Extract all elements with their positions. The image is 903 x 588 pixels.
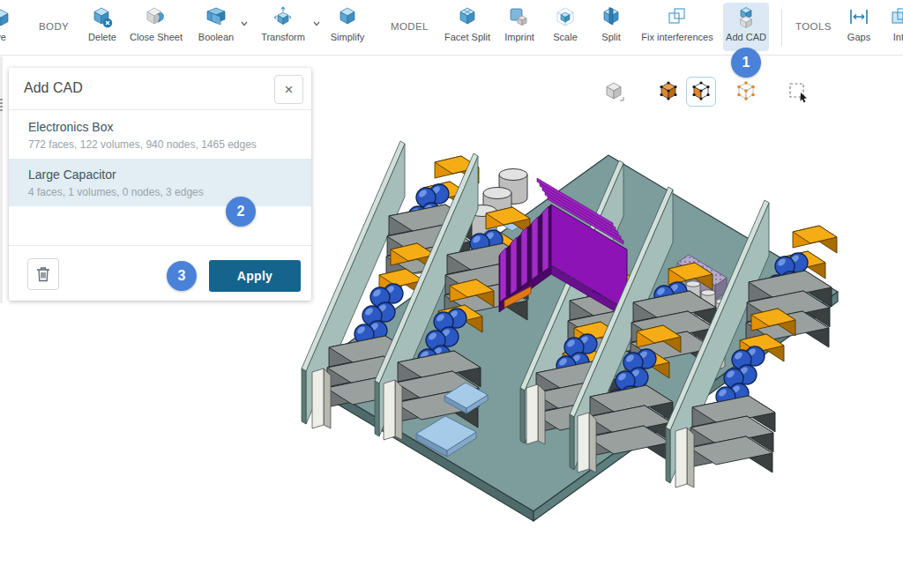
- cad-part-list: Electronics Box 772 faces, 122 volumes, …: [9, 111, 311, 206]
- add-cad-icon: [725, 6, 767, 30]
- toolbar-item-close-sheet[interactable]: Close Sheet: [126, 6, 186, 42]
- list-item-large-capacitor[interactable]: Large Capacitor 4 faces, 1 volumes, 0 no…: [9, 159, 311, 206]
- panel-title: Add CAD: [24, 80, 83, 96]
- toolbar-item-add-cad[interactable]: Add CAD: [725, 6, 767, 42]
- simplify-icon: [325, 6, 370, 30]
- view-box-select-button[interactable]: [783, 77, 813, 107]
- view-face-select-button[interactable]: [686, 77, 716, 107]
- gaps-icon: [843, 6, 875, 30]
- close-sheet-icon: [126, 6, 186, 30]
- toolbar-item-move[interactable]: ve: [0, 6, 16, 42]
- interferences-icon: [884, 6, 903, 30]
- scale-icon: [548, 6, 583, 30]
- transform-chevron-icon[interactable]: [312, 20, 321, 27]
- transform-icon: [256, 6, 310, 30]
- fix-interferences-icon: [637, 6, 718, 30]
- toolbar-item-imprint[interactable]: Imprint: [499, 6, 540, 42]
- panel-resize-grip[interactable]: [0, 99, 3, 113]
- toolbar-item-fix-interferences[interactable]: Fix interferences: [637, 6, 718, 42]
- toolbar-divider: [781, 9, 782, 46]
- panel-header: Add CAD ×: [9, 68, 311, 110]
- add-cad-panel: Add CAD × Electronics Box 772 faces, 122…: [9, 68, 311, 301]
- step-badge-2: 2: [226, 197, 256, 227]
- toolbar-item-split[interactable]: Split: [594, 6, 628, 42]
- panel-footer: Apply: [9, 245, 311, 301]
- top-toolbar: ve BODY Delete Close Sheet Boolean Trans…: [0, 0, 903, 56]
- toolbar-item-scale[interactable]: Scale: [548, 6, 583, 42]
- toolbar-item-boolean[interactable]: Boolean: [194, 6, 238, 42]
- view-body-select-button[interactable]: [653, 77, 683, 107]
- toolbar-item-simplify[interactable]: Simplify: [325, 6, 370, 42]
- toolbar-section-model: MODEL: [391, 21, 429, 32]
- trash-icon: [36, 266, 50, 282]
- step-badge-1: 1: [731, 48, 761, 78]
- imprint-icon: [499, 6, 540, 30]
- step-badge-3: 3: [167, 261, 197, 291]
- panel-edge-strip: [0, 56, 3, 303]
- toolbar-item-interferences[interactable]: Inte: [884, 6, 903, 42]
- toolbar-item-delete[interactable]: Delete: [84, 6, 121, 42]
- delete-icon: [84, 6, 121, 30]
- panel-close-button[interactable]: ×: [274, 75, 303, 104]
- toolbar-item-gaps[interactable]: Gaps: [843, 6, 875, 42]
- delete-part-button[interactable]: [27, 258, 59, 290]
- toolbar-section-body: BODY: [39, 21, 69, 32]
- list-item-electronics-box[interactable]: Electronics Box 772 faces, 122 volumes, …: [9, 111, 311, 159]
- view-vertex-select-button[interactable]: [731, 77, 761, 107]
- toolbar-item-facet-split[interactable]: Facet Split: [441, 6, 494, 42]
- app-root: ve BODY Delete Close Sheet Boolean Trans…: [0, 0, 903, 588]
- toolbar-item-transform[interactable]: Transform: [256, 6, 310, 42]
- split-icon: [594, 6, 628, 30]
- facet-split-icon: [441, 6, 494, 30]
- boolean-chevron-icon[interactable]: [240, 20, 249, 27]
- view-shaded-button[interactable]: [599, 77, 629, 107]
- boolean-icon: [194, 6, 238, 30]
- toolbar-section-tools: TOOLS: [795, 21, 832, 32]
- apply-button[interactable]: Apply: [209, 260, 301, 292]
- move-icon: [0, 6, 16, 30]
